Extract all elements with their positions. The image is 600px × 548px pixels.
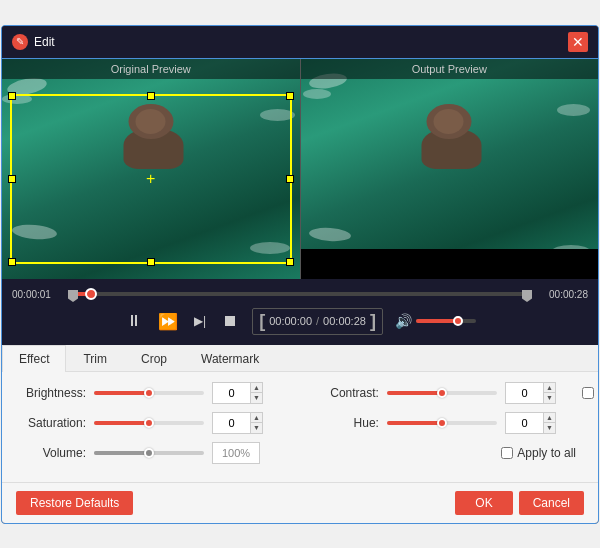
tab-watermark[interactable]: Watermark	[184, 345, 276, 372]
saturation-slider-thumb[interactable]	[144, 418, 154, 428]
apply-to-all-label[interactable]: Apply to all	[501, 446, 584, 460]
tab-crop[interactable]: Crop	[124, 345, 184, 372]
volume-effect-slider-track[interactable]	[94, 451, 204, 455]
brightness-spin-up[interactable]: ▲	[251, 383, 262, 394]
tab-effect[interactable]: Effect	[2, 345, 66, 372]
timeline-end-time: 00:00:28	[540, 289, 588, 300]
crop-overlay: +	[10, 94, 292, 264]
crop-handle-ml[interactable]	[8, 175, 16, 183]
trim-controls: [ 00:00:00 / 00:00:28 ]	[252, 308, 383, 335]
brightness-spin-down[interactable]: ▼	[251, 393, 262, 403]
apply-to-all-text: Apply to all	[517, 446, 576, 460]
saturation-slider-track[interactable]	[94, 421, 204, 425]
apply-to-all-checkbox[interactable]	[501, 447, 513, 459]
cancel-button[interactable]: Cancel	[519, 491, 584, 515]
contrast-spin-up[interactable]: ▲	[544, 383, 555, 394]
hue-slider-track[interactable]	[387, 421, 497, 425]
crop-handle-mr[interactable]	[286, 175, 294, 183]
hue-slider-thumb[interactable]	[437, 418, 447, 428]
deinterlacing-checkbox[interactable]	[582, 387, 594, 399]
contrast-label: Contrast:	[309, 386, 379, 400]
volume-slider-thumb[interactable]	[453, 316, 463, 326]
brightness-input[interactable]	[212, 382, 250, 404]
crop-handle-tc[interactable]	[147, 92, 155, 100]
trim-separator: /	[316, 315, 319, 327]
output-video-frame	[301, 59, 599, 279]
original-preview-label: Original Preview	[2, 59, 300, 79]
volume-control: 🔊	[395, 313, 476, 329]
step-forward-button[interactable]: ▶|	[192, 312, 208, 330]
right-buttons: OK Cancel	[455, 491, 584, 515]
volume-slider-fill	[416, 319, 458, 323]
brightness-input-spinner[interactable]: ▲ ▼	[212, 382, 263, 404]
settings-panel: Brightness: ▲ ▼ Contrast:	[2, 372, 598, 482]
restore-defaults-button[interactable]: Restore Defaults	[16, 491, 133, 515]
hue-spin-up[interactable]: ▲	[544, 413, 555, 424]
pause-button[interactable]: ⏸	[124, 310, 144, 332]
brightness-slider[interactable]	[94, 391, 204, 395]
brightness-slider-fill	[94, 391, 149, 395]
saturation-slider[interactable]	[94, 421, 204, 425]
saturation-label: Saturation:	[16, 416, 86, 430]
timeline-track[interactable]	[68, 292, 532, 296]
close-button[interactable]: ✕	[568, 32, 588, 52]
edit-icon: ✎	[12, 34, 28, 50]
contrast-input-spinner[interactable]: ▲ ▼	[505, 382, 556, 404]
crop-handle-tr[interactable]	[286, 92, 294, 100]
hue-slider-fill	[387, 421, 442, 425]
volume-effect-slider-thumb[interactable]	[144, 448, 154, 458]
timeline-end-handle[interactable]	[522, 290, 532, 302]
ok-button[interactable]: OK	[455, 491, 512, 515]
tabs-area: Effect Trim Crop Watermark Brightness: ▲	[2, 345, 598, 482]
crop-handle-tl[interactable]	[8, 92, 16, 100]
contrast-spin-down[interactable]: ▼	[544, 393, 555, 403]
volume-effect-slider[interactable]	[94, 451, 204, 455]
controls-area: 00:00:01 00:00:28 ⏸ ⏩ ▶| ⏹ [ 00:00:00 / …	[2, 279, 598, 345]
timeline: 00:00:01 00:00:28	[12, 285, 588, 304]
fast-forward-button[interactable]: ⏩	[156, 310, 180, 333]
timeline-start-handle[interactable]	[68, 290, 78, 302]
deinterlacing-text: Deinterlacing	[598, 386, 599, 400]
volume-slider[interactable]	[416, 319, 476, 323]
hue-input-spinner[interactable]: ▲ ▼	[505, 412, 556, 434]
timeline-start-time: 00:00:01	[12, 289, 60, 300]
brightness-slider-thumb[interactable]	[144, 388, 154, 398]
deinterlacing-label[interactable]: Deinterlacing	[582, 386, 599, 400]
trim-end-time: 00:00:28	[323, 315, 366, 327]
trim-start-time: 00:00:00	[269, 315, 312, 327]
output-preview-label: Output Preview	[301, 59, 599, 79]
brightness-slider-track[interactable]	[94, 391, 204, 395]
volume-value-input[interactable]	[212, 442, 260, 464]
stop-button[interactable]: ⏹	[220, 310, 240, 332]
hue-slider[interactable]	[387, 421, 497, 425]
crop-handle-bc[interactable]	[147, 258, 155, 266]
contrast-slider[interactable]	[387, 391, 497, 395]
trim-left-bracket: [	[259, 311, 265, 332]
saturation-input[interactable]	[212, 412, 250, 434]
crop-handle-br[interactable]	[286, 258, 294, 266]
hue-input[interactable]	[505, 412, 543, 434]
bottom-buttons: Restore Defaults OK Cancel	[2, 482, 598, 523]
volume-label: Volume:	[16, 446, 86, 460]
tab-trim[interactable]: Trim	[66, 345, 124, 372]
saturation-input-spinner[interactable]: ▲ ▼	[212, 412, 263, 434]
volume-icon: 🔊	[395, 313, 412, 329]
crop-center-marker: +	[146, 170, 155, 188]
saturation-spin-down[interactable]: ▼	[251, 423, 262, 433]
crop-handle-bl[interactable]	[8, 258, 16, 266]
timeline-thumb[interactable]	[85, 288, 97, 300]
contrast-slider-fill	[387, 391, 442, 395]
contrast-slider-track[interactable]	[387, 391, 497, 395]
dialog-title: Edit	[34, 35, 55, 49]
contrast-slider-thumb[interactable]	[437, 388, 447, 398]
playback-controls: ⏸ ⏩ ▶| ⏹ [ 00:00:00 / 00:00:28 ] 🔊	[12, 304, 588, 339]
hue-label: Hue:	[309, 416, 379, 430]
hue-spin-down[interactable]: ▼	[544, 423, 555, 433]
saturation-row: Saturation: ▲ ▼ Hue:	[16, 412, 584, 434]
trim-right-bracket: ]	[370, 311, 376, 332]
contrast-input[interactable]	[505, 382, 543, 404]
saturation-spin-up[interactable]: ▲	[251, 413, 262, 424]
tabs-row: Effect Trim Crop Watermark	[2, 345, 598, 372]
edit-dialog: ✎ Edit ✕ Original Preview	[1, 25, 599, 524]
output-preview-panel: Output Preview	[301, 59, 599, 279]
